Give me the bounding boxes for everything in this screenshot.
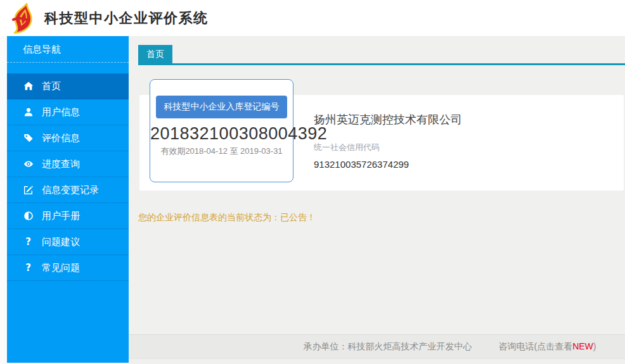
company-name: 扬州英迈克测控技术有限公司 bbox=[314, 112, 462, 127]
footer: 承办单位：科技部火炬高技术产业开发中心 咨询电话(点击查看NEW) bbox=[129, 334, 625, 359]
footer-organizer: 承办单位：科技部火炬高技术产业开发中心 bbox=[303, 341, 472, 353]
question-icon: ? bbox=[23, 263, 34, 273]
eye-icon bbox=[23, 159, 34, 170]
tag-icon bbox=[23, 133, 34, 144]
sidebar-item-faq[interactable]: ? 常见问题 bbox=[7, 255, 129, 281]
registration-validity: 有效期2018-04-12 至 2019-03-31 bbox=[150, 146, 293, 157]
sidebar: 信息导航 首页 用户信息 评价信息 进度查询 信息变更记录 用户 bbox=[7, 36, 129, 363]
adjust-icon bbox=[23, 211, 34, 222]
company-block: 扬州英迈克测控技术有限公司 统一社会信用代码 91321003572637429… bbox=[314, 112, 462, 170]
sidebar-item-progress-query[interactable]: 进度查询 bbox=[7, 151, 129, 177]
home-icon bbox=[23, 81, 34, 92]
credit-code-label: 统一社会信用代码 bbox=[314, 142, 462, 153]
sidebar-item-label: 评价信息 bbox=[42, 132, 80, 144]
registration-number: 201832100308004392 bbox=[150, 124, 293, 144]
hotline-text: 咨询电话(点击查看 bbox=[498, 341, 572, 351]
tab-home[interactable]: 首页 bbox=[138, 45, 172, 63]
sidebar-item-label: 问题建议 bbox=[42, 236, 80, 248]
sidebar-item-label: 首页 bbox=[42, 80, 61, 92]
torch-logo-icon bbox=[8, 3, 39, 34]
sidebar-item-label: 常见问题 bbox=[42, 262, 80, 274]
registration-card: 科技型中小企业入库登记编号 201832100308004392 有效期2018… bbox=[150, 79, 293, 182]
sidebar-item-home[interactable]: 首页 bbox=[7, 73, 129, 99]
tab-underline bbox=[138, 63, 625, 65]
registration-badge[interactable]: 科技型中小企业入库登记编号 bbox=[156, 96, 287, 118]
app-header: 科技型中小企业评价系统 bbox=[0, 0, 625, 36]
edit-icon bbox=[23, 185, 34, 196]
tab-bar: 首页 bbox=[129, 36, 625, 65]
sidebar-item-label: 用户手册 bbox=[42, 210, 80, 222]
sidebar-title: 信息导航 bbox=[7, 36, 129, 63]
status-text: 您的企业评价信息表的当前状态为：已公告！ bbox=[138, 212, 316, 223]
main-content: 首页 科技型中小企业入库登记编号 201832100308004392 有效期2… bbox=[129, 36, 625, 364]
sidebar-item-evaluation-info[interactable]: 评价信息 bbox=[7, 125, 129, 151]
sidebar-item-user-info[interactable]: 用户信息 bbox=[7, 99, 129, 125]
question-icon: ? bbox=[23, 237, 34, 248]
hotline-text-close: ) bbox=[593, 341, 596, 351]
credit-code-value: 913210035726374299 bbox=[314, 159, 462, 170]
sidebar-item-label: 进度查询 bbox=[42, 158, 80, 170]
sidebar-item-label: 信息变更记录 bbox=[42, 184, 99, 196]
sidebar-item-user-manual[interactable]: 用户手册 bbox=[7, 203, 129, 229]
sidebar-item-label: 用户信息 bbox=[42, 106, 80, 118]
sidebar-spacer bbox=[7, 63, 129, 73]
page-title: 科技型中小企业评价系统 bbox=[44, 9, 209, 28]
footer-hotline-link[interactable]: 咨询电话(点击查看NEW) bbox=[498, 341, 596, 353]
user-icon bbox=[23, 107, 34, 118]
new-badge: NEW bbox=[572, 341, 593, 351]
sidebar-item-suggestions[interactable]: ? 问题建议 bbox=[7, 229, 129, 255]
sidebar-item-change-records[interactable]: 信息变更记录 bbox=[7, 177, 129, 203]
